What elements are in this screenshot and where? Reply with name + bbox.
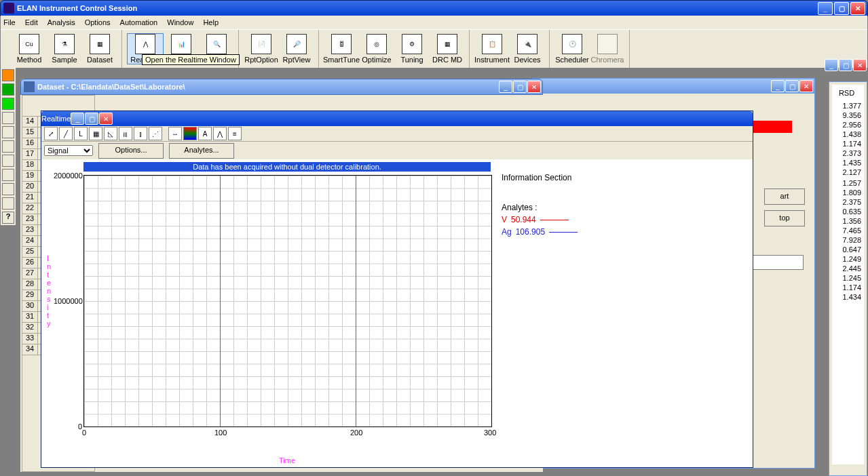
menu-help[interactable]: Help: [203, 18, 219, 26]
ytick: 0: [54, 422, 82, 431]
tool-sample[interactable]: ⚗Sample: [47, 34, 82, 64]
side-btn-2[interactable]: [2, 83, 14, 96]
ctrl-minimize[interactable]: _: [771, 80, 785, 92]
axis-tool-icon[interactable]: L: [74, 127, 88, 140]
row-header: 21: [22, 193, 38, 203]
tool-dataset[interactable]: ▦Dataset: [82, 34, 117, 64]
analytes-button[interactable]: Analytes...: [169, 143, 234, 159]
tool-instrument[interactable]: 📋Instrument: [474, 34, 510, 64]
tool-method[interactable]: CuMethod: [12, 34, 47, 64]
zoom-icon: 🔍: [206, 34, 227, 54]
side-btn-8[interactable]: [2, 169, 14, 181]
realtime-close[interactable]: ✕: [99, 113, 113, 125]
stop-button[interactable]: top: [764, 210, 805, 226]
signal-select[interactable]: Signal: [44, 145, 93, 156]
rsd-val: 1.356: [832, 216, 861, 226]
ytick: 2000000: [54, 172, 82, 180]
menu-edit[interactable]: Edit: [25, 18, 38, 26]
realtime-minimize[interactable]: _: [71, 113, 84, 125]
side-btn-4[interactable]: [2, 112, 14, 124]
tool-devices[interactable]: 🔌Devices: [510, 34, 545, 64]
row-header: 15: [22, 127, 38, 138]
grid-tool-icon[interactable]: ▦: [89, 127, 102, 140]
bars-tool-icon[interactable]: ⫼: [119, 127, 132, 140]
rsd-val: 7.465: [832, 226, 861, 235]
grid-icon: ▦: [90, 34, 110, 54]
zoom-tool-icon[interactable]: ⤢: [44, 127, 58, 140]
menu-window[interactable]: Window: [167, 18, 193, 26]
rsd-val: 0.647: [832, 245, 861, 254]
side-btn-10[interactable]: [2, 197, 14, 210]
rsd-val: 1.377: [832, 101, 861, 111]
side-btn-7[interactable]: [2, 155, 14, 167]
tool-rptview[interactable]: 🔎RptView: [279, 34, 314, 64]
results-close[interactable]: ✕: [853, 59, 867, 71]
realtime-toolbar: ⤢ ╱ L ▦ ◺ ⫼ ⫿ ⋰ ↔ A ⋀ ≡: [41, 126, 753, 142]
row-header: 25: [22, 247, 38, 257]
row-header: 22: [22, 203, 38, 214]
xtick: 100: [214, 429, 227, 437]
menu-analysis[interactable]: Analysis: [48, 18, 75, 26]
expand-tool-icon[interactable]: ↔: [168, 127, 182, 140]
results-maximize[interactable]: ▢: [839, 59, 852, 71]
dropdown-field[interactable]: [752, 255, 804, 270]
peak2-tool-icon[interactable]: ⋀: [213, 127, 227, 140]
menu-tool-icon[interactable]: ≡: [228, 127, 242, 140]
ctrl-maximize[interactable]: ▢: [785, 80, 799, 92]
side-btn-9[interactable]: [2, 183, 14, 195]
app-icon: [3, 3, 14, 14]
info-header: Information Section: [502, 173, 746, 182]
menu-options[interactable]: Options: [85, 18, 111, 26]
bars2-tool-icon[interactable]: ⫿: [134, 127, 147, 140]
rsd-val: 2.373: [832, 148, 861, 158]
realtime-maximize[interactable]: ▢: [85, 113, 98, 125]
rsd-val: 2.375: [832, 197, 861, 207]
doc-icon: 📄: [251, 34, 271, 54]
row-header: 16: [22, 138, 38, 148]
row-header: 29: [22, 290, 38, 300]
side-btn-5[interactable]: [2, 126, 14, 138]
tool-smarttune[interactable]: 🎛SmartTune: [324, 34, 359, 64]
scatter-tool-icon[interactable]: ⋰: [149, 127, 162, 140]
tool-drcmd[interactable]: ▦DRC MD: [430, 34, 465, 64]
rsd-val: 1.257: [832, 178, 861, 188]
area-tool-icon[interactable]: ◺: [104, 127, 117, 140]
menu-automation[interactable]: Automation: [120, 18, 158, 26]
tool-rptoption[interactable]: 📄RptOption: [244, 34, 279, 64]
minimize-button[interactable]: _: [818, 2, 833, 15]
rsd-val: 1.434: [832, 292, 861, 302]
options-button[interactable]: Options...: [98, 143, 164, 159]
tooltip: Open the Realtime Window: [142, 54, 240, 65]
tool-scheduler[interactable]: 🕐Scheduler: [554, 34, 590, 64]
plot-area: Data has been acquired without dual dete…: [41, 159, 495, 467]
dataset-minimize[interactable]: _: [499, 81, 512, 93]
side-help-icon[interactable]: ?: [2, 212, 14, 224]
results-minimize[interactable]: _: [825, 59, 838, 71]
row-header: 14: [22, 117, 38, 127]
text-tool-icon[interactable]: A: [198, 127, 212, 140]
rsd-val: 1.174: [832, 283, 861, 292]
tool-optimize[interactable]: ◎Optimize: [359, 34, 394, 64]
menu-file[interactable]: File: [3, 18, 16, 26]
rsd-val: 1.435: [832, 158, 861, 167]
side-btn-3[interactable]: [2, 98, 14, 110]
devices-icon: 🔌: [517, 34, 537, 54]
ctrl-close[interactable]: ✕: [799, 80, 813, 92]
dataset-close[interactable]: ✕: [527, 81, 541, 93]
maximize-button[interactable]: ▢: [834, 2, 849, 15]
row-header: 27: [22, 269, 38, 279]
side-btn-1[interactable]: [2, 69, 14, 81]
tool-tuning[interactable]: ⚙Tuning: [394, 34, 430, 64]
start-button[interactable]: art: [764, 189, 805, 205]
line-tool-icon[interactable]: ╱: [59, 127, 73, 140]
color-tool-icon[interactable]: [183, 127, 197, 140]
row-header: 23: [22, 214, 38, 224]
close-button[interactable]: ✕: [850, 2, 865, 15]
xtick: 300: [484, 429, 496, 437]
xtick: 200: [350, 429, 362, 437]
rsd-val: 1.438: [832, 130, 861, 139]
legend-line-icon: [540, 220, 569, 220]
row-header: 20: [22, 182, 38, 192]
dataset-maximize[interactable]: ▢: [513, 81, 527, 93]
side-btn-6[interactable]: [2, 140, 14, 153]
